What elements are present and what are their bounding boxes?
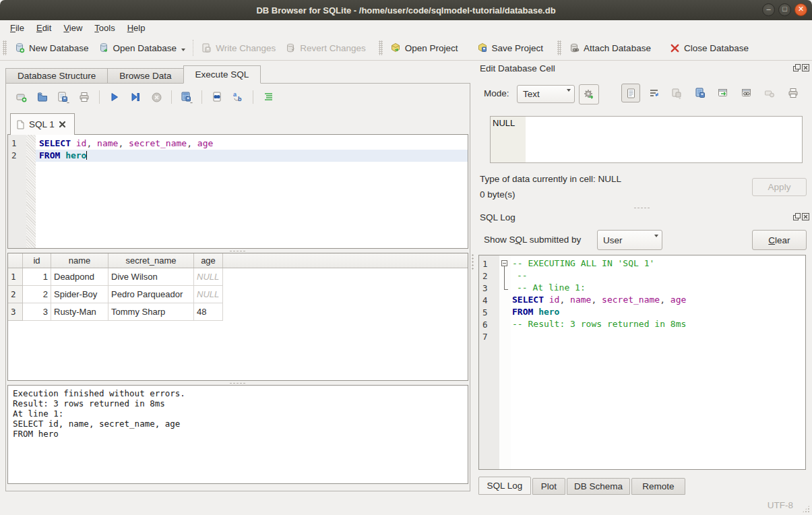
- execute-current-line-button[interactable]: [128, 90, 143, 104]
- find-button[interactable]: [210, 90, 224, 104]
- new-database-button[interactable]: New Database: [9, 40, 94, 56]
- export-cell-data-button[interactable]: [691, 84, 710, 102]
- dock-tab-db-schema[interactable]: DB Schema: [567, 478, 630, 495]
- row-header[interactable]: 3: [8, 303, 23, 321]
- mode-select[interactable]: Text: [517, 85, 575, 103]
- save-results-button[interactable]: [179, 90, 194, 104]
- save-sql-file-button[interactable]: [56, 90, 71, 104]
- text-mode-toggle-button[interactable]: [621, 84, 640, 102]
- tab-database-structure[interactable]: Database Structure: [5, 68, 107, 84]
- menu-view[interactable]: View: [57, 22, 88, 34]
- pane-splitter[interactable]: [472, 253, 474, 271]
- row-header[interactable]: 2: [8, 286, 23, 303]
- cell-secret-name[interactable]: Pedro Parqueador: [108, 286, 194, 303]
- toolbar-drag-handle[interactable]: [557, 40, 561, 55]
- column-header-name[interactable]: name: [51, 253, 108, 268]
- auto-switch-mode-button[interactable]: [579, 84, 599, 104]
- corner-header-cell[interactable]: [8, 253, 23, 268]
- column-header-secret-name[interactable]: secret_name: [108, 253, 194, 268]
- sql-line-1: SELECT id, name, secret_name, age: [36, 138, 468, 150]
- apply-button[interactable]: Apply: [752, 178, 807, 196]
- write-changes-button[interactable]: Write Changes: [196, 40, 280, 56]
- format-lines-icon: [263, 92, 274, 102]
- replace-button[interactable]: ab: [230, 90, 245, 104]
- editor-text-area[interactable]: SELECT id, name, secret_name, age FROM h…: [36, 135, 468, 248]
- close-tab-icon[interactable]: [59, 121, 66, 128]
- clear-log-button[interactable]: Clear: [752, 230, 807, 250]
- revert-changes-button[interactable]: Revert Changes: [280, 40, 371, 56]
- cell-name[interactable]: Rusty-Man: [51, 303, 108, 321]
- new-sql-tab-button[interactable]: [14, 90, 29, 104]
- log-fold-margin[interactable]: [499, 255, 511, 469]
- svg-text:a: a: [233, 91, 237, 98]
- sql-log-editor[interactable]: 1 2 3 4 5 6 7 -- EXECUTING ALL IN 'SQL 1…: [478, 255, 806, 470]
- cell-id[interactable]: 1: [23, 268, 51, 286]
- cell-age[interactable]: NULL: [194, 268, 223, 286]
- column-header-id[interactable]: id: [23, 253, 51, 268]
- fold-line: [504, 266, 508, 290]
- sql-toolbar: ab: [14, 90, 276, 104]
- print-cell-button[interactable]: [784, 84, 803, 102]
- table-row: 3 3 Rusty-Man Tommy Sharp 48: [8, 303, 468, 321]
- minimize-button[interactable]: –: [762, 3, 775, 16]
- toolbar-drag-handle[interactable]: [379, 40, 383, 55]
- cell-secret-name[interactable]: Tommy Sharp: [108, 303, 194, 321]
- set-null-button[interactable]: [760, 84, 779, 102]
- menu-file[interactable]: File: [4, 22, 30, 34]
- close-dock-icon[interactable]: [802, 64, 809, 71]
- cell-secret-name[interactable]: Dive Wilson: [108, 268, 194, 286]
- execution-messages[interactable]: Execution finished without errors. Resul…: [7, 385, 468, 484]
- menu-edit[interactable]: Edit: [30, 22, 57, 34]
- cell-id[interactable]: 2: [23, 286, 51, 303]
- toolbar-drag-handle[interactable]: [3, 40, 7, 55]
- open-sql-file-button[interactable]: [35, 90, 50, 104]
- cell-name[interactable]: Deadpond: [51, 268, 108, 286]
- close-dock-icon[interactable]: [802, 213, 809, 220]
- dock-tab-sql-log[interactable]: SQL Log: [478, 477, 531, 495]
- resize-grip[interactable]: [802, 505, 810, 513]
- row-header[interactable]: 1: [8, 268, 23, 286]
- copy-link-button[interactable]: [737, 84, 756, 102]
- menubar: File Edit View Tools Help: [0, 20, 812, 36]
- menu-tools[interactable]: Tools: [88, 22, 121, 34]
- results-grid: id name secret_name age 1 1 Deadpond Div…: [7, 253, 468, 381]
- dock-tab-plot[interactable]: Plot: [532, 478, 565, 495]
- close-database-button[interactable]: Close Database: [665, 40, 753, 56]
- open-project-button[interactable]: Open Project: [385, 40, 463, 56]
- cell-age[interactable]: 48: [194, 303, 223, 321]
- menu-help[interactable]: Help: [121, 22, 152, 34]
- tab-execute-sql[interactable]: Execute SQL: [183, 65, 261, 84]
- stop-icon: [151, 92, 162, 103]
- column-header-age[interactable]: age: [194, 253, 223, 268]
- stop-button[interactable]: [149, 90, 164, 104]
- cell-id[interactable]: 3: [23, 303, 51, 321]
- float-dock-icon[interactable]: [793, 213, 801, 220]
- log-filter-select[interactable]: User: [597, 230, 662, 250]
- fold-collapse-icon[interactable]: [501, 260, 507, 266]
- sql-file-tab[interactable]: SQL 1: [10, 113, 75, 135]
- print-sql-button[interactable]: [77, 90, 92, 104]
- encoding-indicator[interactable]: UTF-8: [768, 500, 793, 510]
- word-wrap-icon: [648, 88, 660, 99]
- format-sql-button[interactable]: [261, 90, 276, 104]
- attach-database-button[interactable]: Attach Database: [564, 40, 656, 56]
- close-button[interactable]: ✕: [794, 3, 807, 16]
- execute-sql-button[interactable]: [107, 90, 122, 104]
- import-cell-data-button[interactable]: [667, 84, 686, 102]
- tab-browse-data[interactable]: Browse Data: [107, 68, 183, 84]
- cell-value-editor[interactable]: NULL: [490, 116, 803, 163]
- float-dock-icon[interactable]: [793, 64, 801, 71]
- word-wrap-button[interactable]: [644, 84, 663, 102]
- dock-splitter[interactable]: [627, 206, 658, 210]
- open-database-button[interactable]: Open Database: [94, 40, 191, 56]
- dock-tab-remote[interactable]: Remote: [631, 478, 685, 495]
- cell-name[interactable]: Spider-Boy: [51, 286, 108, 303]
- open-external-icon: [717, 87, 729, 99]
- maximize-button[interactable]: □: [778, 3, 791, 16]
- cell-age[interactable]: NULL: [194, 286, 223, 303]
- sql-editor[interactable]: 1 2 SELECT id, name, secret_name, age FR…: [7, 134, 468, 249]
- import-disabled-icon: [670, 87, 683, 99]
- save-project-button[interactable]: Save Project: [472, 40, 549, 56]
- open-in-external-app-button[interactable]: [714, 84, 732, 102]
- log-text-area[interactable]: -- EXECUTING ALL IN 'SQL 1' -- -- At lin…: [511, 255, 805, 469]
